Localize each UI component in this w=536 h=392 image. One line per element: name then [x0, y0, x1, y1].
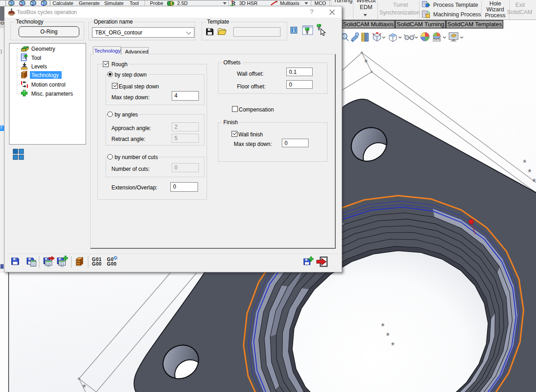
- svg-text:*: *: [381, 321, 385, 331]
- svg-text:*: *: [523, 158, 526, 168]
- svg-text:*: *: [532, 177, 536, 187]
- svg-text:*: *: [528, 167, 531, 177]
- svg-text:*: *: [364, 58, 368, 68]
- svg-text:*: *: [386, 331, 390, 341]
- svg-text:*: *: [82, 382, 86, 392]
- svg-text:*: *: [391, 340, 395, 350]
